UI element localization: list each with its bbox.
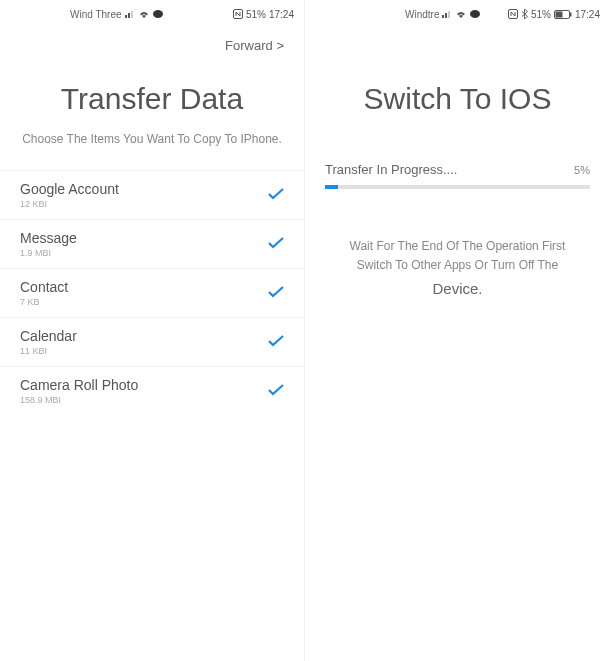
- svg-rect-7: [448, 11, 450, 18]
- svg-rect-0: [125, 15, 127, 18]
- checkmark-icon: [268, 235, 284, 253]
- signal-icon: [125, 10, 135, 18]
- progress-bar: [325, 185, 590, 189]
- progress-label: Transfer In Progress....: [325, 162, 457, 177]
- progress-percent: 5%: [574, 164, 590, 176]
- svg-rect-12: [570, 12, 572, 16]
- checkmark-icon: [268, 382, 284, 400]
- svg-point-3: [153, 10, 163, 18]
- status-bar: Wind Three 51% 17:24: [0, 0, 304, 28]
- svg-rect-11: [555, 11, 562, 17]
- list-item-google-account[interactable]: Google Account 12 KBI: [0, 170, 304, 220]
- nfc-icon: [508, 9, 518, 19]
- list-item-calendar[interactable]: Calendar 11 KBI: [0, 318, 304, 367]
- transfer-data-screen: Wind Three 51% 17:24 Forward > Transfer …: [0, 0, 305, 661]
- chat-icon: [153, 10, 163, 19]
- svg-rect-1: [128, 13, 130, 18]
- wait-line: Wait For The End Of The Operation First: [350, 239, 566, 253]
- checkmark-icon: [268, 333, 284, 351]
- progress-fill: [325, 185, 338, 189]
- wait-line: Switch To Other Apps Or Turn Off The: [357, 258, 558, 272]
- item-label: Google Account: [20, 181, 119, 197]
- checkmark-icon: [268, 284, 284, 302]
- signal-icon: [442, 10, 452, 18]
- item-size: 1.9 MBI: [20, 248, 77, 258]
- item-label: Contact: [20, 279, 68, 295]
- svg-rect-5: [442, 15, 444, 18]
- wifi-icon: [138, 10, 150, 19]
- checkmark-icon: [268, 186, 284, 204]
- progress-section: Transfer In Progress.... 5%: [305, 162, 610, 189]
- battery-icon: [554, 10, 572, 19]
- bluetooth-icon: [521, 9, 528, 19]
- page-title: Switch To IOS: [305, 82, 610, 116]
- forward-button[interactable]: Forward >: [225, 38, 284, 53]
- switch-to-ios-screen: Windtre 51% 17:24 Switch To I: [305, 0, 610, 661]
- carrier-label: Windtre: [405, 9, 439, 20]
- item-size: 7 KB: [20, 297, 68, 307]
- item-size: 158.9 MBI: [20, 395, 138, 405]
- svg-point-8: [470, 10, 480, 18]
- status-bar: Windtre 51% 17:24: [305, 0, 610, 28]
- clock: 17:24: [575, 9, 600, 20]
- items-list: Google Account 12 KBI Message 1.9 MBI Co…: [0, 170, 304, 415]
- carrier-label: Wind Three: [70, 9, 122, 20]
- page-title: Transfer Data: [0, 82, 304, 116]
- chat-icon: [470, 10, 480, 19]
- wait-line-device: Device.: [335, 277, 580, 301]
- nfc-icon: [233, 9, 243, 19]
- clock: 17:24: [269, 9, 294, 20]
- list-item-message[interactable]: Message 1.9 MBI: [0, 220, 304, 269]
- item-label: Message: [20, 230, 77, 246]
- item-label: Calendar: [20, 328, 77, 344]
- item-label: Camera Roll Photo: [20, 377, 138, 393]
- battery-pct: 51%: [246, 9, 266, 20]
- nav-bar: Forward >: [0, 28, 304, 62]
- svg-rect-6: [445, 13, 447, 18]
- item-size: 12 KBI: [20, 199, 119, 209]
- list-item-contact[interactable]: Contact 7 KB: [0, 269, 304, 318]
- item-size: 11 KBI: [20, 346, 77, 356]
- wait-message: Wait For The End Of The Operation First …: [305, 237, 610, 301]
- battery-pct: 51%: [531, 9, 551, 20]
- svg-rect-2: [131, 11, 133, 18]
- wifi-icon: [455, 10, 467, 19]
- list-item-camera-roll[interactable]: Camera Roll Photo 158.9 MBI: [0, 367, 304, 415]
- page-subtitle: Choose The Items You Want To Copy To IPh…: [0, 130, 304, 148]
